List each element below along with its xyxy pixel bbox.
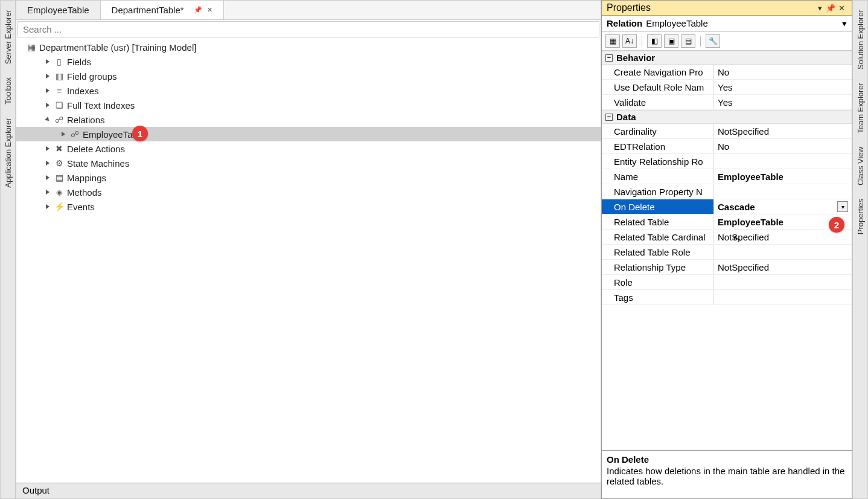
tree-node[interactable]: ❏Full Text Indexes <box>16 98 601 112</box>
property-row[interactable]: Related Table Role <box>602 245 852 260</box>
tree-node[interactable]: ⚙State Machines <box>16 156 601 170</box>
properties-grid[interactable]: −BehaviorCreate Navigation ProNoUse Defa… <box>602 51 852 450</box>
tree-node[interactable]: ▤Mappings <box>16 170 601 185</box>
dropdown-icon[interactable]: ▾ <box>814 4 825 13</box>
property-row[interactable]: EDTRelationNo <box>602 139 852 154</box>
property-row[interactable]: CardinalityNotSpecified <box>602 124 852 139</box>
property-row[interactable]: Role <box>602 275 852 290</box>
collapse-icon[interactable]: − <box>605 114 613 121</box>
properties-object-row[interactable]: Relation EmployeeTable ▾ <box>602 16 852 32</box>
property-value-cell[interactable]: Yes <box>714 95 852 109</box>
expander-icon[interactable] <box>44 174 51 181</box>
alphabetical-button[interactable]: A↓ <box>622 34 637 48</box>
property-value[interactable]: NotSpecified <box>718 126 769 137</box>
tree-node[interactable]: ▯Fields <box>16 54 601 69</box>
property-row[interactable]: Entity Relationship Ro <box>602 154 852 169</box>
categorized-button[interactable]: ▦ <box>605 34 620 48</box>
tree-node[interactable]: ⚡Events <box>16 199 601 214</box>
property-row[interactable]: Tags <box>602 290 852 305</box>
property-row[interactable]: ValidateYes <box>602 95 852 110</box>
property-value-cell[interactable]: NotSpecified <box>714 230 852 244</box>
rail-tab-application-explorer[interactable]: Application Explorer <box>2 112 14 193</box>
property-value-cell[interactable]: NotSpecified <box>714 124 852 138</box>
collapse-icon[interactable]: − <box>605 54 613 62</box>
toolbar-button[interactable]: ◧ <box>647 34 662 48</box>
output-pane-header[interactable]: Output <box>16 483 601 498</box>
property-value[interactable]: NotSpecified <box>718 262 769 272</box>
tree-node[interactable]: ☍Relations <box>16 112 601 127</box>
property-category[interactable]: −Data <box>602 110 852 124</box>
property-value-cell[interactable]: No <box>714 65 852 79</box>
property-value-cell[interactable]: EmployeeTable <box>714 169 852 184</box>
rail-tab-solution-explorer[interactable]: Solution Explorer <box>854 4 867 75</box>
property-value-cell[interactable]: NotSpecified <box>714 260 852 274</box>
expander-icon[interactable] <box>60 130 67 138</box>
property-row[interactable]: Related Table CardinalNotSpecified↖ <box>602 230 852 245</box>
tree-node[interactable]: ≡Indexes <box>16 83 601 98</box>
property-value[interactable]: EmployeeTable <box>718 217 783 227</box>
tree-node[interactable]: ▥Field groups <box>16 69 601 83</box>
expander-icon[interactable] <box>44 101 51 109</box>
property-row[interactable]: Use Default Role NamYes <box>602 80 852 95</box>
rail-tab-server-explorer[interactable]: Server Explorer <box>2 4 14 69</box>
pin-icon[interactable]: 📌 <box>194 6 202 14</box>
close-icon[interactable]: ✕ <box>836 4 847 13</box>
property-row[interactable]: NameEmployeeTable <box>602 169 852 184</box>
expander-icon[interactable] <box>44 72 51 80</box>
node-icon: ☍ <box>69 129 80 139</box>
tab-employee-table[interactable]: EmployeeTable <box>16 1 101 19</box>
tree-node[interactable]: ☍EmployeeTable1 <box>16 127 601 141</box>
wrench-icon[interactable]: 🔧 <box>706 34 720 48</box>
tab-department-table[interactable]: DepartmentTable* 📌 ✕ <box>101 1 224 19</box>
tree-node-label: Methods <box>67 187 102 198</box>
expander-icon[interactable] <box>44 203 51 210</box>
property-value-cell[interactable] <box>714 245 852 259</box>
property-value-cell[interactable]: No <box>714 139 852 153</box>
property-value[interactable]: No <box>718 141 729 152</box>
property-row[interactable]: Create Navigation ProNo <box>602 65 852 80</box>
tree-root[interactable]: ▦DepartmentTable (usr) [Training Model] <box>16 40 601 54</box>
property-row[interactable]: Relationship TypeNotSpecified <box>602 260 852 275</box>
property-value[interactable]: NotSpecified <box>718 232 769 242</box>
expander-icon[interactable] <box>44 188 51 196</box>
property-category[interactable]: −Behavior <box>602 51 852 65</box>
properties-title: Properties <box>607 2 814 13</box>
tree-node-label: Delete Actions <box>67 144 125 154</box>
pin-icon[interactable]: 📌 <box>825 4 836 13</box>
expander-icon[interactable] <box>44 159 51 167</box>
tree-node[interactable]: ◈Methods <box>16 185 601 199</box>
property-value-cell[interactable] <box>714 154 852 169</box>
designer-tree[interactable]: ▦DepartmentTable (usr) [Training Model]▯… <box>16 39 601 483</box>
property-value[interactable]: EmployeeTable <box>718 172 783 182</box>
expander-icon[interactable] <box>44 116 51 123</box>
toolbar-button[interactable]: ▣ <box>664 34 678 48</box>
property-name: Related Table Role <box>602 245 714 259</box>
property-value-cell[interactable] <box>714 290 852 304</box>
node-icon: ▥ <box>54 71 65 81</box>
dropdown-button[interactable]: ▾ <box>837 201 848 212</box>
property-row[interactable]: Related TableEmployeeTable2 <box>602 214 852 230</box>
property-value[interactable]: Yes <box>718 97 732 108</box>
tree-node[interactable]: ✖Delete Actions <box>16 141 601 156</box>
search-input[interactable] <box>18 21 599 37</box>
property-value-cell[interactable] <box>714 275 852 289</box>
close-icon[interactable]: ✕ <box>207 6 212 14</box>
property-value-cell[interactable] <box>714 184 852 199</box>
rail-tab-team-explorer[interactable]: Team Explorer <box>854 77 867 139</box>
property-value[interactable]: Yes <box>718 82 732 92</box>
node-icon: ▤ <box>54 173 65 182</box>
expander-icon[interactable] <box>44 145 51 152</box>
property-row[interactable]: On DeleteCascade▾3 <box>602 199 852 214</box>
rail-tab-class-view[interactable]: Class View <box>854 141 867 191</box>
expander-icon[interactable] <box>44 87 51 94</box>
property-value-cell[interactable]: Yes <box>714 80 852 94</box>
expander-icon[interactable] <box>44 58 51 65</box>
rail-tab-properties[interactable]: Properties <box>854 193 867 240</box>
property-value-cell[interactable]: Cascade▾ <box>714 199 852 214</box>
property-row[interactable]: Navigation Property N <box>602 184 852 199</box>
rail-tab-toolbox[interactable]: Toolbox <box>2 72 14 110</box>
toolbar-button[interactable]: ▤ <box>681 34 695 48</box>
object-type: Relation <box>607 18 642 29</box>
property-value[interactable]: No <box>718 67 729 77</box>
property-value[interactable]: Cascade <box>718 202 755 212</box>
